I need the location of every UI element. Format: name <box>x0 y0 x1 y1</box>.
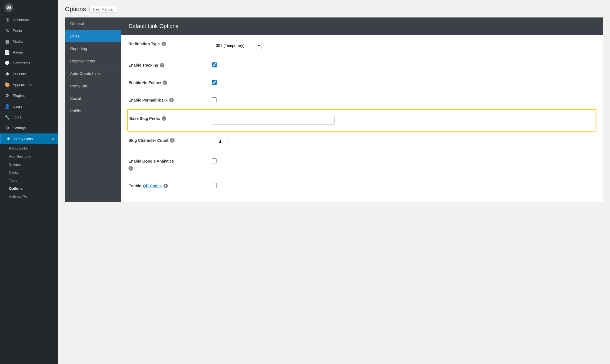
tab-auto-create-links[interactable]: Auto-Create Links <box>65 67 121 80</box>
nav-label-pretty-links: Pretty Links <box>14 137 33 141</box>
nav-label-settings: Settings <box>13 126 26 130</box>
field-slug-character-count <box>212 138 595 146</box>
media-icon: ▦ <box>4 39 10 44</box>
tab-content-area: Default Link Options Redirection Type i … <box>121 17 603 202</box>
nav-item-appearance[interactable]: 🎨 Appearance <box>0 79 58 90</box>
settings-icon: ⚙ <box>4 125 10 131</box>
tab-content-body: Redirection Type i 307 (Temporary) 301 (… <box>121 35 603 202</box>
nav-label-pages: Pages <box>13 50 23 54</box>
field-enable-no-follow <box>212 80 595 85</box>
nav-label-media: Media <box>13 39 22 44</box>
nav-label-plugins: Plugins <box>13 93 25 98</box>
nav-item-settings[interactable]: ⚙ Settings <box>0 123 58 133</box>
input-base-slug-prefix[interactable] <box>213 116 335 125</box>
nav-label-appearance: Appearance <box>13 83 32 87</box>
field-enable-qr-codes <box>212 183 595 188</box>
comments-icon: 💬 <box>4 60 10 66</box>
options-layout: General Links Reporting Replacements Aut… <box>65 17 603 202</box>
checkbox-enable-qr-codes[interactable] <box>212 183 217 188</box>
nav-item-users[interactable]: 👤 Users <box>0 101 58 112</box>
nav-item-posts[interactable]: ✎ Posts <box>0 25 58 36</box>
tabs-sidebar: General Links Reporting Replacements Aut… <box>65 17 121 202</box>
checkbox-enable-tracking[interactable] <box>212 62 217 67</box>
field-base-slug-prefix <box>213 116 596 125</box>
subnav-options[interactable]: Options <box>0 184 58 193</box>
wp-logo: W <box>0 0 58 14</box>
form-row-enable-no-follow: Enable No Follow i <box>128 74 595 91</box>
tab-public[interactable]: Public <box>65 105 121 117</box>
subnav-pretty-links[interactable]: Pretty Links <box>0 144 58 152</box>
nav-item-comments[interactable]: 💬 Comments <box>0 58 58 69</box>
subnav-add-new-link[interactable]: Add New Link <box>0 152 58 160</box>
tab-reporting[interactable]: Reporting <box>65 42 121 55</box>
tab-replacements[interactable]: Replacements <box>65 55 121 67</box>
nav-label-users: Users <box>13 104 22 108</box>
nav-label-posts: Posts <box>13 29 22 33</box>
tab-links[interactable]: Links <box>65 30 121 42</box>
label-enable-tracking: Enable Tracking i <box>128 62 201 67</box>
nav-label-tools: Tools <box>13 115 21 119</box>
subnav-tools[interactable]: Tools <box>0 176 58 184</box>
form-row-slug-character-count: Slug Character Count i <box>128 132 595 152</box>
user-manual-button[interactable]: User Manual <box>89 6 117 13</box>
nav-label-dashboard: Dashboard <box>13 18 31 22</box>
info-icon-base-slug-prefix[interactable]: i <box>162 116 166 121</box>
nav-item-media[interactable]: ▦ Media <box>0 36 58 47</box>
pages-icon: 📄 <box>4 50 10 55</box>
plugins-icon: ⚙ <box>4 93 10 98</box>
info-icon-enable-no-follow[interactable]: i <box>163 80 167 85</box>
subnav-activate-pro[interactable]: Activate Pro <box>0 193 58 201</box>
page-title: Options <box>65 6 86 13</box>
posts-icon: ✎ <box>4 28 10 33</box>
main-content: Options User Manual General Links Report… <box>58 0 610 364</box>
nav-item-plugins[interactable]: ⚙ Plugins <box>0 90 58 101</box>
tab-general[interactable]: General <box>65 17 121 30</box>
tab-social[interactable]: Social <box>65 92 121 105</box>
form-row-base-slug-prefix: Base Slug Prefix i <box>127 109 596 132</box>
nav-item-pages[interactable]: 📄 Pages <box>0 47 58 58</box>
label-enable-no-follow: Enable No Follow i <box>128 80 201 85</box>
users-icon: 👤 <box>4 104 10 109</box>
field-enable-tracking <box>212 62 595 67</box>
form-row-enable-permalink-fix: Enable Permalink Fix i <box>128 91 595 109</box>
appearance-icon: 🎨 <box>4 82 10 87</box>
nav-item-pretty-links[interactable]: ★ Pretty Links ◀ <box>0 133 58 144</box>
label-enable-permalink-fix: Enable Permalink Fix i <box>128 97 201 102</box>
dashboard-icon: ⊞ <box>4 17 10 22</box>
subnav-clicks[interactable]: Clicks <box>0 168 58 176</box>
form-row-redirection-type: Redirection Type i 307 (Temporary) 301 (… <box>128 35 595 56</box>
info-icon-enable-tracking[interactable]: i <box>160 63 164 67</box>
subnav-groups[interactable]: Groups <box>0 160 58 168</box>
select-redirection-type[interactable]: 307 (Temporary) 301 (Permanent) 302 (Tem… <box>212 41 262 50</box>
tools-icon: 🔧 <box>4 115 10 120</box>
info-icon-enable-google-analytics[interactable]: i <box>128 166 133 171</box>
label-base-slug-prefix: Base Slug Prefix i <box>129 116 201 121</box>
pretty-links-arrow: ◀ <box>51 137 54 141</box>
info-icon-enable-permalink-fix[interactable]: i <box>169 98 174 102</box>
nav-item-projects[interactable]: ✱ Projects <box>0 69 58 79</box>
input-slug-character-count[interactable] <box>212 138 228 146</box>
checkbox-enable-no-follow[interactable] <box>212 80 217 85</box>
label-redirection-type: Redirection Type i <box>128 41 201 46</box>
page-header: Options User Manual <box>65 6 603 13</box>
form-row-enable-tracking: Enable Tracking i <box>128 56 595 74</box>
info-icon-redirection-type[interactable]: i <box>162 42 166 46</box>
qr-codes-link[interactable]: QR Codes <box>143 184 162 188</box>
checkbox-enable-google-analytics[interactable] <box>212 158 217 163</box>
label-slug-character-count: Slug Character Count i <box>128 138 201 143</box>
field-enable-permalink-fix <box>212 97 595 102</box>
tab-content-header: Default Link Options <box>121 17 603 35</box>
form-row-enable-google-analytics: Enable Google Analytics i <box>128 152 595 177</box>
field-enable-google-analytics <box>212 158 595 163</box>
checkbox-enable-permalink-fix[interactable] <box>212 97 217 102</box>
pretty-links-star-icon: ★ <box>6 136 11 141</box>
tab-pretty-bar[interactable]: Pretty Bar <box>65 80 121 92</box>
info-icon-slug-character-count[interactable]: i <box>170 138 175 143</box>
label-enable-qr-codes: Enable QR Codes i <box>128 183 201 188</box>
info-icon-enable-qr-codes[interactable]: i <box>163 184 168 188</box>
form-row-enable-qr-codes: Enable QR Codes i <box>128 177 595 194</box>
nav-item-tools[interactable]: 🔧 Tools <box>0 112 58 123</box>
admin-sidebar: W ⊞ Dashboard ✎ Posts ▦ Media 📄 Pages 💬 … <box>0 0 58 364</box>
nav-item-dashboard[interactable]: ⊞ Dashboard <box>0 14 58 25</box>
wp-logo-icon: W <box>4 3 13 12</box>
